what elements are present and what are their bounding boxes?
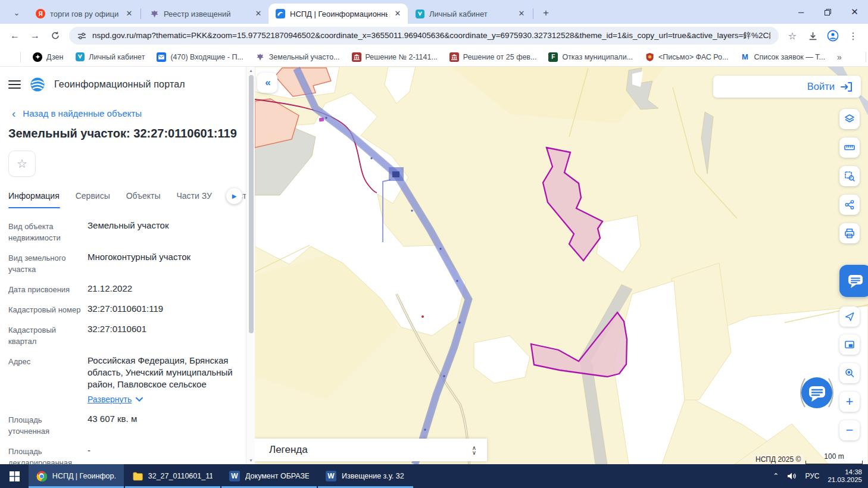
download-icon[interactable]	[804, 27, 822, 45]
expand-label: Развернуть	[88, 393, 132, 405]
print-button[interactable]	[839, 223, 860, 243]
measure-ruler-button[interactable]	[839, 137, 860, 158]
panel-scrollbar[interactable]: ▲ ▼	[246, 67, 255, 464]
attr-label: Дата присвоения	[8, 283, 88, 295]
bookmark-zayavki[interactable]: M Список заявок — Т...	[740, 52, 825, 62]
tabs-scroll-right-button[interactable]: ▶	[226, 188, 242, 204]
browser-toolbar: ← → nspd.gov.ru/map?thematic=PKK&zoom=15…	[0, 24, 868, 48]
map-scale: 100 m	[805, 452, 863, 464]
bookmark-inbox[interactable]: (470) Входящие - П...	[157, 52, 243, 62]
browser-menu-icon[interactable]: ⋮	[844, 27, 862, 45]
locate-me-button[interactable]	[839, 306, 860, 327]
support-chat-fab[interactable]	[795, 371, 838, 414]
browser-tab-lk[interactable]: Личный кабинет ✕	[408, 4, 532, 24]
forward-icon[interactable]: →	[26, 27, 44, 45]
bookmark-otkaz[interactable]: F Отказ муниципали...	[548, 52, 633, 62]
bookmark-label: Решение № 2-1141...	[366, 53, 438, 61]
bookmark-label: Дзен	[46, 53, 63, 61]
login-icon	[841, 82, 853, 92]
overview-map-button[interactable]	[839, 334, 860, 355]
bookmarks-divider	[866, 52, 866, 62]
zoom-in-button[interactable]: +	[839, 392, 860, 412]
start-button[interactable]	[0, 464, 29, 488]
keyboard-language[interactable]: РУС	[805, 472, 819, 480]
lk-favicon	[415, 9, 424, 18]
taskbar-item-word-1[interactable]: W Документ ОБРАЗЕ...	[221, 464, 317, 488]
reload-icon[interactable]	[46, 27, 64, 45]
url-text[interactable]: nspd.gov.ru/map?thematic=PKK&zoom=15.977…	[92, 30, 770, 41]
search-on-map-button[interactable]	[839, 363, 860, 383]
portal-title: Геоинформационный портал	[54, 79, 185, 90]
login-button[interactable]: Войти	[713, 76, 861, 98]
collapse-panel-button[interactable]: «	[257, 73, 277, 93]
bookmark-label: Отказ муниципали...	[562, 53, 633, 61]
volume-icon[interactable]	[787, 472, 797, 480]
scroll-down-icon[interactable]: ▼	[246, 458, 255, 462]
new-tab-button[interactable]: +	[538, 5, 554, 21]
taskbar-item-folder[interactable]: 32_27_0110601_119	[125, 464, 220, 488]
attr-value: 43 607 кв. м	[88, 413, 137, 437]
browser-tab-nspd-active[interactable]: НСПД | Геоинформационный ✕	[268, 4, 408, 24]
legend-toggle-icon[interactable]: ∧∨	[472, 446, 476, 455]
browser-tab-torgi[interactable]: Я торги гов ру официальный са ✕	[29, 4, 139, 24]
chevron-left-icon: ‹	[12, 110, 15, 118]
attr-value: Земельный участок	[88, 220, 169, 243]
bookmark-star-icon[interactable]: ☆	[783, 27, 801, 45]
tab-close-icon[interactable]: ✕	[124, 8, 135, 19]
bookmark-zemelny[interactable]: Земельный участо...	[255, 52, 340, 62]
tab-search-icon[interactable]: ⌄	[8, 4, 25, 21]
attributes-list: Вид объекта недвижимости Земельный участ…	[8, 220, 238, 464]
yandex-favicon: Я	[36, 9, 45, 18]
clock-time: 14:38	[828, 468, 862, 477]
tab-servisy[interactable]: Сервисы	[76, 191, 110, 201]
window-restore-button[interactable]	[814, 0, 841, 24]
window-close-button[interactable]: ✕	[841, 0, 868, 24]
page-title: Земельный участок: 32:27:0110601:119	[8, 127, 238, 140]
area-select-button[interactable]	[839, 166, 860, 186]
zoom-out-button[interactable]: −	[839, 420, 860, 440]
hamburger-menu-icon[interactable]	[8, 80, 21, 89]
tab-obekty[interactable]: Объекты	[126, 191, 161, 201]
scroll-up-icon[interactable]: ▲	[246, 68, 255, 73]
tab-title: Реестр извещений	[164, 10, 248, 18]
attr-value: -	[88, 445, 90, 464]
feedback-chat-button[interactable]	[839, 265, 868, 297]
scrollbar-thumb[interactable]	[249, 75, 254, 333]
bookmark-fas[interactable]: <Письмо> ФАС Ро...	[645, 52, 728, 62]
word-icon: W	[229, 471, 240, 481]
tab-close-icon[interactable]: ✕	[392, 8, 403, 19]
mail-icon	[157, 52, 166, 62]
back-icon[interactable]: ←	[6, 27, 24, 45]
bookmark-reshenie-1[interactable]: Решение № 2-1141...	[352, 52, 438, 62]
bookmarks-overflow-icon[interactable]: »	[837, 52, 842, 62]
task-label: Извещение з.у. 32 ...	[342, 472, 405, 480]
expand-address-link[interactable]: Развернуть	[88, 393, 238, 405]
tab-title: НСПД | Геоинформационный	[290, 10, 388, 18]
taskbar-clock[interactable]: 14:38 21.03.2025	[828, 468, 862, 484]
site-settings-icon[interactable]	[77, 32, 86, 40]
bookmark-dzen[interactable]: Дзен	[33, 52, 63, 62]
taskbar-item-chrome[interactable]: НСПД | Геоинфор...	[29, 464, 124, 488]
url-bar[interactable]: nspd.gov.ru/map?thematic=PKK&zoom=15.977…	[69, 27, 779, 45]
map-canvas[interactable]: « Войти	[255, 67, 868, 464]
bookmark-lichnyj-kabinet[interactable]: Личный кабинет	[75, 52, 145, 62]
attr-label: Кадастровый номер	[8, 303, 88, 315]
window-minimize-button[interactable]: ─	[788, 0, 814, 24]
back-to-results-link[interactable]: ‹ Назад в найденные объекты	[12, 108, 246, 118]
profile-avatar[interactable]	[824, 27, 842, 45]
legend-bar[interactable]: Легенда ∧∨	[255, 439, 487, 461]
browser-tab-reestr[interactable]: Реестр извещений ✕	[142, 4, 268, 24]
favorite-star-button[interactable]: ☆	[8, 151, 36, 177]
share-button[interactable]	[839, 195, 860, 215]
bookmark-reshenie-2[interactable]: Решение от 25 фев...	[449, 52, 537, 62]
layers-button[interactable]	[839, 109, 860, 129]
tab-close-icon[interactable]: ✕	[253, 8, 264, 19]
eagle-emblem-icon	[255, 52, 265, 62]
taskbar-item-word-2[interactable]: W Извещение з.у. 32 ...	[318, 464, 413, 488]
tab-chasti-zu[interactable]: Части ЗУ	[176, 191, 211, 201]
tab-close-icon[interactable]: ✕	[516, 8, 527, 19]
system-tray: ⌃ РУС 14:38 21.03.2025	[773, 464, 868, 488]
tab-informaciya[interactable]: Информация	[8, 191, 60, 201]
object-info-panel: Геоинформационный портал ‹ Назад в найде…	[0, 67, 246, 464]
tray-expand-icon[interactable]: ⌃	[773, 472, 779, 480]
